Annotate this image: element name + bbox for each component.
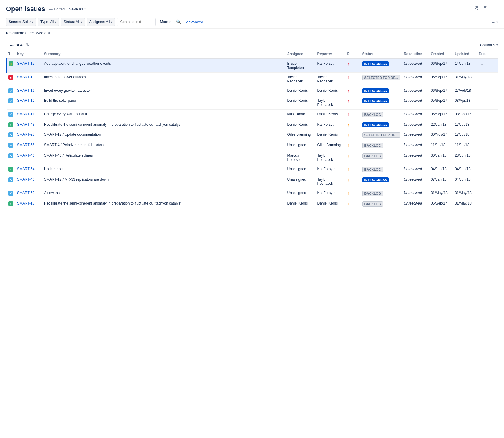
issue-key-link[interactable]: SMART-18 <box>17 201 34 206</box>
table-row[interactable]: ↘ SMART-46 SMART-43 / Reticulate splines… <box>7 151 498 164</box>
issue-key-link[interactable]: SMART-16 <box>17 88 34 93</box>
issue-key-link[interactable]: SMART-12 <box>17 98 34 103</box>
columns-button[interactable]: Columns ▾ <box>480 43 498 47</box>
save-as-button[interactable]: Save as ▾ <box>67 6 88 13</box>
flag-button[interactable] <box>482 5 489 13</box>
col-header-created[interactable]: Created <box>429 50 453 59</box>
cell-assignee: Milo Fabric <box>286 110 316 120</box>
created-date: 30/Jan/18 <box>431 153 447 158</box>
issue-key-link[interactable]: SMART-46 <box>17 153 34 158</box>
issue-key-link[interactable]: SMART-53 <box>17 191 34 195</box>
status-badge: IN PROGRESS <box>362 177 389 182</box>
more-filters-button[interactable]: More ▾ <box>158 18 173 26</box>
type-filter[interactable]: Type: All ▾ <box>38 18 59 26</box>
cell-reporter: Kai Forsyth <box>316 120 346 130</box>
created-date: 05/Sep/17 <box>431 75 447 79</box>
issue-key-link[interactable]: SMART-43 <box>17 122 34 127</box>
project-filter-label: Smarter Solar <box>9 20 31 24</box>
cell-updated: 04/Jun/18 <box>453 164 477 175</box>
cell-priority: ↑ <box>346 110 361 120</box>
resolution-filter[interactable]: Resolution: Unresolved ▾ <box>6 31 46 35</box>
cell-created: 22/Jan/18 <box>429 120 453 130</box>
reporter-text: Daniel Kerris <box>317 201 338 206</box>
type-icon: ↘ <box>8 153 13 158</box>
col-header-updated[interactable]: Updated <box>453 50 477 59</box>
summary-text: SMART-17 / MK-33 replicators are down. <box>44 177 110 182</box>
resolution-clear-button[interactable]: ✕ <box>47 30 52 36</box>
status-badge: BACKLOG <box>362 112 383 117</box>
cell-priority: ↑ <box>346 164 361 175</box>
table-row[interactable]: ↘ SMART-28 SMART-17 / Update documentati… <box>7 130 498 140</box>
table-row[interactable]: ↑ SMART-18 Recalibrate the semi-coherent… <box>7 199 498 209</box>
cell-due <box>477 164 498 175</box>
resolution-text: Unresolved <box>404 112 422 116</box>
type-filter-chevron: ▾ <box>55 20 56 24</box>
issue-key-link[interactable]: SMART-10 <box>17 75 34 79</box>
table-row[interactable]: ⚡ SMART-17 Add app alert for changed wea… <box>7 59 498 73</box>
priority-icon: ↑ <box>347 122 350 127</box>
advanced-filter-button[interactable]: Advanced <box>184 19 205 26</box>
col-header-reporter[interactable]: Reporter <box>316 50 346 59</box>
view-chevron-icon: ▾ <box>496 20 498 24</box>
table-row[interactable]: ↑ SMART-43 Recalibrate the semi-coherent… <box>7 120 498 130</box>
assignee-filter[interactable]: Assignee: All ▾ <box>87 18 115 26</box>
cell-resolution: Unresolved <box>402 86 429 96</box>
page-header: Open issues — Edited Save as ▾ ··· <box>0 0 504 16</box>
cell-updated: 11/Jul/18 <box>453 140 477 151</box>
cell-updated: 03/Apr/18 <box>453 96 477 110</box>
refresh-icon[interactable]: ↻ <box>26 42 30 47</box>
project-filter[interactable]: Smarter Solar ▾ <box>6 18 36 26</box>
table-row[interactable]: ✓ SMART-12 Build the solar panel Daniel … <box>7 96 498 110</box>
more-actions-button[interactable]: ··· <box>492 5 498 13</box>
issue-key-link[interactable]: SMART-56 <box>17 143 34 147</box>
table-row[interactable]: ✓ SMART-11 Charge every warp conduit Mil… <box>7 110 498 120</box>
cell-reporter: Daniel Kerris <box>316 130 346 140</box>
issue-key-link[interactable]: SMART-11 <box>17 112 34 116</box>
updated-date: 31/May/18 <box>455 201 472 206</box>
header-right: ··· <box>472 5 498 13</box>
col-header-summary[interactable]: Summary <box>42 50 286 59</box>
cell-type: ↘ <box>7 130 16 140</box>
list-view-button[interactable]: ≡ <box>491 18 496 26</box>
cell-updated: 17/Jul/18 <box>453 120 477 130</box>
resolution-text: Unresolved <box>404 177 422 182</box>
share-button[interactable] <box>472 5 480 13</box>
cell-status: BACKLOG <box>361 164 402 175</box>
table-row[interactable]: ↘ SMART-56 SMART-4 / Polarize the confab… <box>7 140 498 151</box>
row-more-button[interactable]: ··· <box>479 62 484 68</box>
cell-summary: Investigate power outages <box>42 73 286 86</box>
cell-status: BACKLOG <box>361 151 402 164</box>
col-header-priority[interactable]: P ↕ <box>346 50 361 59</box>
created-date: 06/Sep/17 <box>431 62 447 66</box>
col-header-key[interactable]: Key <box>15 50 42 59</box>
issue-key-link[interactable]: SMART-28 <box>17 132 34 136</box>
status-badge: BACKLOG <box>362 191 383 196</box>
table-header-row: T Key Summary Assignee Reporter P ↕ Stat… <box>7 50 498 59</box>
search-icon-button[interactable]: 🔍 <box>175 18 182 26</box>
issue-key-link[interactable]: SMART-17 <box>17 62 34 66</box>
col-header-resolution[interactable]: Resolution <box>402 50 429 59</box>
status-filter[interactable]: Status: All ▾ <box>61 18 85 26</box>
status-badge: SELECTED FOR DE... <box>362 132 400 138</box>
cell-updated: 04/Jun/18 <box>453 175 477 188</box>
cell-created: 06/Sep/17 <box>429 59 453 73</box>
table-row[interactable]: ↘ SMART-40 SMART-17 / MK-33 replicators … <box>7 175 498 188</box>
table-row[interactable]: ✓ SMART-16 Invert every graviton attract… <box>7 86 498 96</box>
text-search-input[interactable] <box>117 18 156 26</box>
col-header-status[interactable]: Status <box>361 50 402 59</box>
col-header-due[interactable]: Due <box>477 50 498 59</box>
table-row[interactable]: ✓ SMART-53 A new task Unassigned Kai For… <box>7 188 498 199</box>
summary-text: Invert every graviton attractor <box>44 88 91 93</box>
cell-assignee: Daniel Kerris <box>286 120 316 130</box>
cell-priority: ↑ <box>346 96 361 110</box>
issue-key-link[interactable]: SMART-40 <box>17 177 34 182</box>
reporter-text: Taylor Pechacek <box>317 98 333 107</box>
col-header-assignee[interactable]: Assignee <box>286 50 316 59</box>
cell-status: SELECTED FOR DE... <box>361 130 402 140</box>
summary-text: Recalibrate the semi-coherent anomaly in… <box>44 201 182 206</box>
cell-resolution: Unresolved <box>402 164 429 175</box>
issue-key-link[interactable]: SMART-54 <box>17 167 34 171</box>
resolution-text: Unresolved <box>404 191 422 195</box>
table-row[interactable]: ■ SMART-10 Investigate power outages Tay… <box>7 73 498 86</box>
table-row[interactable]: ↑ SMART-54 Update docs Unassigned Kai Fo… <box>7 164 498 175</box>
